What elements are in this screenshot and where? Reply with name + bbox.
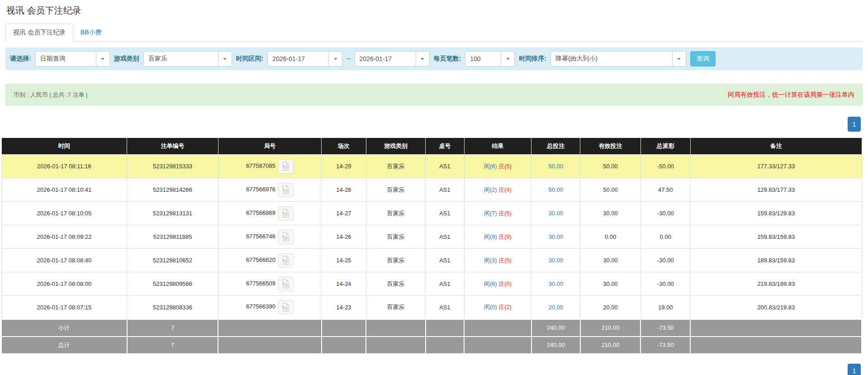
col-header-game-type: 游戏类别 [366, 138, 425, 155]
result-banker: 庄(5) [498, 163, 512, 170]
caret-down-icon[interactable] [501, 52, 514, 66]
cell-session: 14-29 [322, 155, 366, 178]
cell-note: 189.83/159.83 [690, 249, 862, 272]
cell-bet-id: 523129815333 [127, 155, 218, 178]
cell-valid-bet: 30.00 [580, 272, 640, 296]
video-record-icon[interactable] [278, 253, 294, 268]
cell-valid-bet: 50.00 [580, 178, 640, 202]
total-row: 总计 7 240.00 210.00 -73.50 [1, 337, 862, 354]
result-player: 闲(2) [484, 186, 497, 193]
col-header-time: 时间 [1, 138, 127, 155]
cell-time: 2026-01-17 08:10:41 [1, 178, 127, 202]
result-player: 闲(3) [484, 257, 497, 264]
tab-bar: 视讯 会员下注纪录 BB小费 [5, 24, 863, 42]
pagination-page-1[interactable]: 1 [848, 364, 861, 375]
cell-game-type: 百家乐 [366, 225, 425, 249]
cell-round-id: 677567085 [218, 155, 321, 178]
tab-bb-tip[interactable]: BB小费 [73, 24, 109, 41]
total-bet-link[interactable]: 30.00 [549, 280, 564, 287]
cell-total-bet: 50.00 [531, 178, 580, 202]
cell-result: 闲(6) 庄(0) [464, 272, 531, 296]
pagination-bottom: 1 [5, 364, 863, 375]
cell-total-bet: 30.00 [531, 202, 580, 225]
cell-time: 2026-01-17 08:07:15 [1, 296, 127, 319]
video-record-icon[interactable] [278, 300, 294, 314]
date-to-select[interactable]: 2026-01-17 [355, 51, 430, 66]
game-type-label: 游戏类别 [114, 55, 139, 63]
cell-time: 2026-01-17 08:10:05 [1, 202, 127, 225]
result-banker: 庄(5) [498, 257, 512, 264]
video-record-icon[interactable] [278, 183, 294, 197]
caret-down-icon[interactable] [416, 52, 429, 66]
cell-game-type: 百家乐 [366, 155, 425, 178]
subtotal-payout: -73.50 [640, 319, 690, 337]
table-row: 2026-01-17 08:08:00 523129809586 6775665… [1, 272, 862, 296]
total-bet-link[interactable]: 50.00 [549, 163, 564, 170]
cell-total-bet: 20.00 [531, 296, 580, 319]
pagination-top: 1 [5, 117, 863, 132]
round-id-value: 677566509 [246, 280, 275, 287]
result-banker: 庄(0) [498, 280, 512, 287]
cell-session: 14-28 [322, 178, 366, 202]
game-type-select[interactable]: 百家乐 [143, 51, 232, 66]
col-header-result: 结果 [464, 138, 531, 155]
cell-bet-id: 523129814266 [127, 178, 218, 202]
video-record-icon[interactable] [278, 230, 294, 244]
cell-result: 闲(6) 庄(5) [464, 155, 531, 178]
date-from-select[interactable]: 2026-01-17 [267, 51, 342, 66]
cell-bet-id: 523129810652 [127, 249, 218, 272]
col-header-note: 备注 [690, 138, 862, 155]
total-total-bet: 240.00 [531, 337, 580, 354]
time-sort-select[interactable]: 降幂(由大到小) [550, 51, 686, 66]
cell-payout: 47.50 [640, 178, 690, 202]
total-bet-link[interactable]: 30.00 [549, 233, 564, 240]
caret-down-icon[interactable] [218, 52, 232, 66]
round-id-value: 677566620 [246, 256, 275, 263]
cell-total-bet: 30.00 [531, 272, 580, 296]
caret-down-icon[interactable] [328, 52, 342, 66]
caret-down-icon[interactable] [96, 52, 109, 66]
time-sort-value: 降幂(由大到小) [551, 52, 672, 66]
cell-payout: -50.00 [640, 155, 690, 178]
query-type-label: 请选择: [10, 55, 31, 63]
subtotal-count: 7 [127, 319, 218, 337]
time-sort-label: 时间排序: [519, 55, 546, 63]
valid-bet-notice-text: 同局有效投注，统一计算在该局第一张注单内 [728, 91, 854, 99]
cell-table-no: AS1 [426, 225, 465, 249]
pagination-page-1[interactable]: 1 [848, 117, 861, 132]
per-page-select[interactable]: 100 [465, 51, 515, 66]
total-label: 总计 [1, 337, 127, 354]
cell-result: 闲(9) 庄(9) [464, 225, 531, 249]
tab-betting-records[interactable]: 视讯 会员下注纪录 [5, 24, 73, 42]
cell-session: 14-25 [322, 249, 366, 272]
table-row: 2026-01-17 08:08:40 523129810652 6775666… [1, 249, 862, 272]
query-type-value: 日期查询 [36, 52, 96, 66]
cell-payout: -30.00 [640, 272, 690, 296]
video-record-icon[interactable] [278, 159, 294, 174]
result-banker: 庄(5) [498, 210, 512, 217]
cell-table-no: AS1 [426, 178, 465, 202]
cell-table-no: AS1 [426, 296, 465, 319]
total-valid-bet: 210.00 [580, 337, 640, 354]
cell-note: 129.83/177.33 [690, 178, 862, 202]
total-bet-link[interactable]: 30.00 [549, 210, 564, 217]
caret-down-icon[interactable] [672, 52, 686, 66]
total-bet-link[interactable]: 30.00 [549, 257, 564, 264]
cell-payout: 19.00 [640, 296, 690, 319]
cell-session: 14-24 [322, 272, 366, 296]
cell-payout: 0.00 [640, 225, 690, 249]
cell-valid-bet: 30.00 [580, 202, 640, 225]
cell-round-id: 677566509 [218, 272, 321, 296]
subtotal-total-bet: 240.00 [531, 319, 580, 337]
total-bet-link[interactable]: 20.00 [549, 304, 564, 311]
query-button[interactable]: 查询 [690, 51, 716, 66]
video-record-icon[interactable] [278, 206, 294, 221]
cell-note: 219.83/189.83 [690, 272, 862, 296]
cell-valid-bet: 50.00 [580, 155, 640, 178]
total-bet-link[interactable]: 50.00 [549, 186, 564, 193]
query-type-select[interactable]: 日期查询 [35, 51, 110, 66]
table-row: 2026-01-17 08:10:41 523129814266 6775669… [1, 178, 862, 202]
cell-table-no: AS1 [426, 272, 465, 296]
result-player: 闲(9) [484, 233, 497, 240]
video-record-icon[interactable] [278, 277, 294, 291]
